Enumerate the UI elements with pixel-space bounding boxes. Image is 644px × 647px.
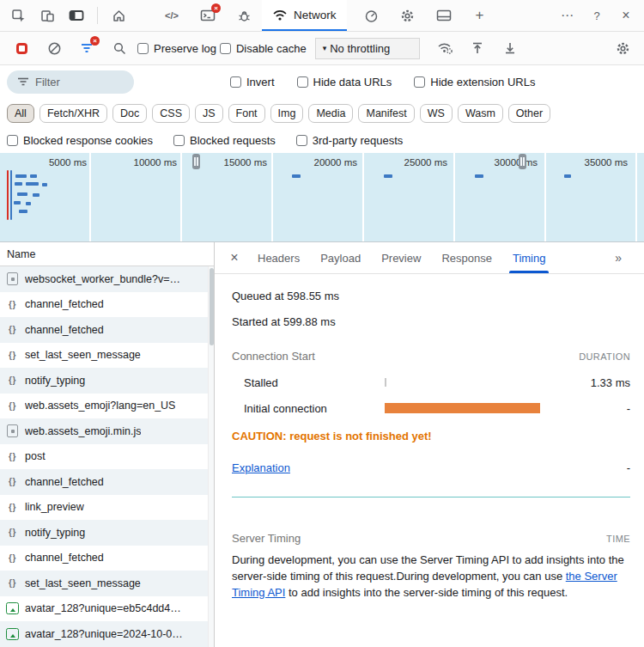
type-filter-css[interactable]: CSS [152, 104, 190, 123]
request-name: web.assets_emoji.min.js [25, 425, 141, 437]
type-filter-font[interactable]: Font [228, 104, 265, 123]
connection-start-header: Connection Start DURATION [232, 350, 630, 363]
filter-input-wrapper[interactable] [7, 70, 134, 94]
hide-data-urls-checkbox[interactable]: Hide data URLs [297, 76, 392, 89]
console-icon[interactable]: × [195, 3, 221, 28]
scrollbar-thumb[interactable] [210, 268, 214, 345]
gear-icon[interactable] [395, 3, 421, 28]
checkbox-icon[interactable] [230, 76, 241, 88]
type-filter-manifest[interactable]: Manifest [358, 104, 414, 123]
request-activity-mark [7, 170, 9, 220]
handle-grip-line [197, 157, 198, 166]
request-row[interactable]: channel_fetched [0, 292, 214, 318]
elements-code-icon[interactable]: </> [159, 3, 185, 28]
inspect-element-icon[interactable] [5, 3, 31, 28]
performance-gauge-icon[interactable] [359, 3, 385, 28]
filter-toggle-icon[interactable]: × [74, 35, 100, 61]
hide-extension-urls-checkbox[interactable]: Hide extension URLs [414, 76, 535, 89]
home-icon[interactable] [106, 3, 131, 28]
fetch-xhr-icon [6, 552, 19, 565]
blocked-requests-checkbox[interactable]: Blocked requests [173, 134, 276, 147]
timeline-handle-left[interactable] [192, 154, 200, 169]
request-row[interactable]: set_last_seen_message [0, 571, 214, 596]
fetch-xhr-icon [6, 400, 19, 412]
request-row[interactable]: web.assets_emoji?lang=en_US [0, 394, 214, 419]
request-row[interactable]: web.assets_emoji.min.js [0, 418, 214, 444]
type-filter-doc[interactable]: Doc [112, 104, 147, 123]
record-square-icon [16, 43, 27, 54]
timeline-handle-right[interactable] [519, 154, 526, 169]
filter-input[interactable] [35, 76, 118, 89]
checkbox-icon[interactable] [137, 43, 149, 54]
request-row[interactable]: channel_fetched [0, 469, 214, 495]
type-filter-media[interactable]: Media [308, 104, 353, 123]
device-emulation-icon[interactable] [34, 3, 60, 28]
type-filter-js[interactable]: JS [195, 104, 223, 123]
checkbox-icon[interactable] [220, 43, 231, 54]
request-row[interactable]: websocket_worker_bundle?v=… [0, 266, 214, 292]
fetch-xhr-icon [6, 298, 19, 311]
type-filter-fetch-xhr[interactable]: Fetch/XHR [39, 104, 107, 123]
checkbox-icon[interactable] [296, 135, 307, 146]
type-filter-img[interactable]: Img [270, 104, 304, 123]
search-icon[interactable] [106, 35, 132, 61]
close-devtools-icon[interactable]: × [613, 3, 639, 28]
invert-checkbox[interactable]: Invert [230, 76, 275, 89]
request-row[interactable]: link_preview [0, 495, 214, 521]
request-row[interactable]: avatar_128?unique=eb5c4dd4… [0, 596, 214, 622]
overflow-chevrons-icon[interactable]: » [615, 251, 622, 265]
tab-preview[interactable]: Preview [371, 242, 431, 273]
script-file-icon [6, 272, 19, 285]
request-activity-mark [30, 174, 37, 178]
issues-bug-icon[interactable] [231, 3, 257, 28]
request-name: web.assets_emoji?lang=en_US [25, 400, 175, 412]
request-row[interactable]: notify_typing [0, 520, 214, 546]
type-filter-ws[interactable]: WS [420, 104, 453, 123]
tab-payload[interactable]: Payload [310, 242, 371, 273]
checkbox-icon[interactable] [297, 76, 308, 88]
tab-network[interactable]: Network [262, 0, 347, 31]
help-icon[interactable]: ? [584, 3, 610, 28]
image-file-icon [6, 602, 19, 615]
network-conditions-icon[interactable] [432, 35, 458, 61]
record-network-log-button[interactable] [9, 35, 34, 61]
tab-headers[interactable]: Headers [247, 242, 310, 273]
request-row[interactable]: channel_fetched [0, 317, 214, 343]
timeline-time-label: 20000 ms [313, 157, 357, 168]
blocked-response-cookies-checkbox[interactable]: Blocked response cookies [7, 134, 153, 147]
request-row[interactable]: channel_fetched [0, 546, 214, 571]
request-name: channel_fetched [25, 476, 104, 488]
checkbox-icon[interactable] [7, 135, 18, 146]
requests-scrollbar[interactable] [208, 266, 214, 647]
type-filter-other[interactable]: Other [508, 104, 550, 123]
focus-mode-icon[interactable] [64, 3, 89, 28]
throttling-select[interactable]: ▾ No throttling [315, 38, 421, 59]
preserve-log-checkbox[interactable]: Preserve log [137, 42, 216, 55]
layout-panel-icon[interactable] [431, 3, 457, 28]
request-row[interactable]: notify_typing [0, 368, 214, 394]
import-har-icon[interactable] [465, 35, 490, 61]
disable-cache-checkbox[interactable]: Disable cache [220, 42, 307, 55]
checkbox-icon[interactable] [173, 135, 185, 146]
request-name: link_preview [25, 501, 84, 513]
tab-timing[interactable]: Timing [502, 242, 556, 273]
clear-network-log-icon[interactable] [41, 35, 67, 61]
export-har-icon[interactable] [497, 35, 523, 61]
close-details-icon[interactable]: × [222, 245, 247, 271]
request-row[interactable]: avatar_128?unique=2024-10-0… [0, 621, 214, 647]
invert-label: Invert [246, 76, 275, 89]
request-row[interactable]: set_last_seen_message [0, 343, 214, 369]
timeline-overview[interactable]: 5000 ms10000 ms15000 ms20000 ms25000 ms3… [0, 153, 644, 242]
network-settings-gear-icon[interactable] [610, 35, 635, 61]
explanation-link[interactable]: Explanation [232, 461, 290, 474]
type-filter-all[interactable]: All [7, 104, 34, 123]
request-row[interactable]: post [0, 444, 214, 470]
checkbox-icon[interactable] [414, 76, 425, 88]
name-column-header[interactable]: Name [0, 242, 214, 266]
type-filter-wasm[interactable]: Wasm [458, 104, 503, 123]
tab-response[interactable]: Response [431, 242, 502, 273]
add-tab-icon[interactable]: + [467, 3, 493, 28]
more-options-icon[interactable]: ⋯ [555, 3, 580, 28]
3rd-party-requests-checkbox[interactable]: 3rd-party requests [296, 134, 404, 147]
request-name: channel_fetched [25, 552, 104, 564]
